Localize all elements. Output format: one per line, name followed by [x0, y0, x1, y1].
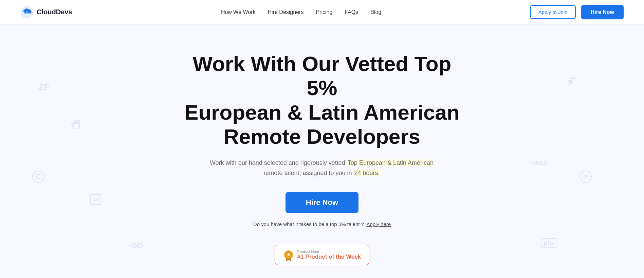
nodejs-icon: JS [579, 171, 592, 183]
hero-subtitle: Work with our hand selected and rigorous… [207, 158, 438, 178]
rails-icon: ≡RAILS [528, 160, 548, 166]
ph-title: #1 Product of the Week [297, 254, 361, 260]
nav-how-we-work[interactable]: How We Work [221, 9, 256, 15]
hire-now-hero-button[interactable]: Hire Now [286, 192, 358, 213]
csharp-icon: C [32, 171, 44, 183]
go-icon: -GO [129, 241, 143, 250]
hero-section: ZF C JS -GO ≡RAILS JS php Work With Our … [0, 24, 644, 278]
ph-text: Product Hunt #1 Product of the Week [297, 249, 361, 260]
apply-to-join-button[interactable]: Apply to Join [530, 5, 576, 19]
hero-title: Work With Our Vetted Top 5% European & L… [183, 52, 461, 149]
nav-hire-designers[interactable]: Hire Designers [268, 9, 304, 15]
navbar: CloudDevs How We Work Hire Designers Pri… [0, 0, 644, 24]
nav-links: How We Work Hire Designers Pricing FAQs … [221, 9, 381, 15]
clouddevs-logo-icon [20, 6, 33, 19]
talent-question: Do you have what it takes to be a top 5%… [253, 221, 391, 227]
zf-icon: ZF [39, 82, 50, 92]
nav-actions: Apply to Join Hire Now [530, 5, 624, 19]
nav-pricing[interactable]: Pricing [316, 9, 332, 15]
python-icon [71, 118, 82, 132]
logo-text: CloudDevs [37, 8, 72, 16]
producthunt-badge[interactable]: ★ Product Hunt #1 Product of the Week [275, 245, 370, 265]
hire-now-nav-button[interactable]: Hire Now [581, 5, 624, 19]
php-icon: php [541, 238, 557, 248]
apply-here-link[interactable]: Apply here [366, 221, 391, 227]
highlight-region: Top European & Latin American [347, 159, 434, 166]
bird-icon [567, 77, 577, 88]
logo[interactable]: CloudDevs [20, 6, 72, 19]
ph-medal-icon: ★ [283, 248, 294, 261]
nav-blog[interactable]: Blog [370, 9, 381, 15]
js-icon-left: JS [90, 194, 101, 205]
ph-label: Product Hunt [297, 249, 319, 254]
nav-faqs[interactable]: FAQs [345, 9, 358, 15]
ph-star: ★ [287, 252, 291, 257]
